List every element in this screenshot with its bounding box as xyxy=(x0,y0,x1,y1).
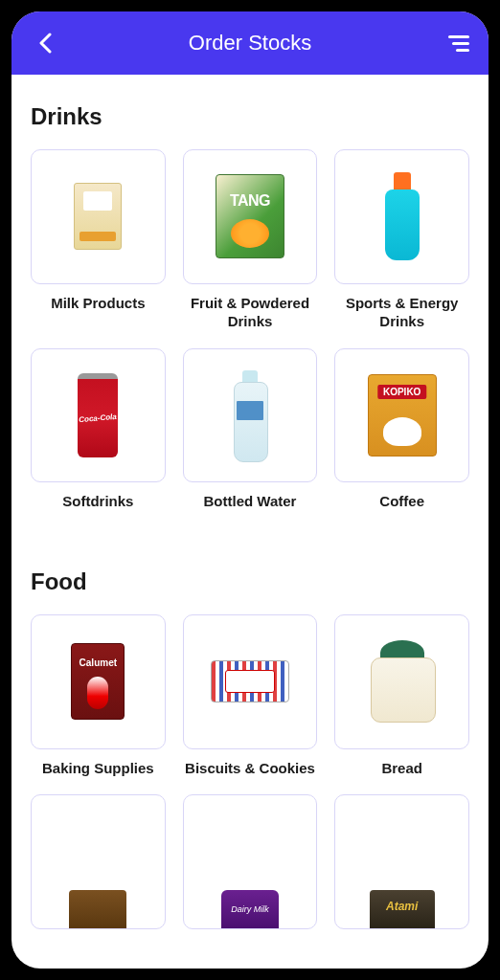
section-title-food: Food xyxy=(31,568,469,595)
milk-box-icon xyxy=(74,183,122,250)
category-label: Baking Supplies xyxy=(42,759,154,778)
category-label: Bottled Water xyxy=(204,492,297,511)
category-fruit-powdered-drinks[interactable]: Fruit & Powdered Drinks xyxy=(183,149,318,331)
chevron-left-icon xyxy=(38,33,52,54)
category-label: Biscuits & Cookies xyxy=(185,759,315,778)
bread-pack-icon xyxy=(371,640,434,723)
category-partial-3[interactable] xyxy=(334,794,469,929)
screen: Order Stocks Drinks Milk Products Fruit … xyxy=(11,11,489,969)
product-image xyxy=(183,149,318,284)
menu-button[interactable] xyxy=(441,29,469,57)
water-bottle-icon xyxy=(234,370,266,460)
category-bread[interactable]: Bread xyxy=(334,614,469,777)
drinks-grid: Milk Products Fruit & Powdered Drinks Sp… xyxy=(31,149,469,511)
menu-icon xyxy=(448,35,469,38)
sports-bottle-icon xyxy=(385,172,420,260)
category-sports-energy-drinks[interactable]: Sports & Energy Drinks xyxy=(334,149,469,331)
category-label: Fruit & Powdered Drinks xyxy=(183,294,318,331)
biscuit-pack-icon xyxy=(211,660,290,702)
category-softdrinks[interactable]: Softdrinks xyxy=(31,348,166,511)
section-title-drinks: Drinks xyxy=(31,103,469,130)
product-image xyxy=(31,614,166,749)
category-partial-2[interactable] xyxy=(183,794,318,929)
product-image xyxy=(334,149,469,284)
tang-pack-icon xyxy=(216,174,284,258)
product-image xyxy=(31,794,166,929)
category-coffee[interactable]: Coffee xyxy=(334,348,469,511)
content-scroll[interactable]: Drinks Milk Products Fruit & Powdered Dr… xyxy=(11,75,489,969)
device-frame: Order Stocks Drinks Milk Products Fruit … xyxy=(0,0,500,980)
category-milk-products[interactable]: Milk Products xyxy=(31,149,166,331)
page-title: Order Stocks xyxy=(189,31,311,56)
category-label: Milk Products xyxy=(51,294,145,313)
coffee-pack-icon xyxy=(368,374,437,457)
product-image xyxy=(183,614,318,749)
product-image xyxy=(334,794,469,929)
category-label: Coffee xyxy=(379,492,424,511)
category-biscuits-cookies[interactable]: Biscuits & Cookies xyxy=(183,614,318,777)
product-image xyxy=(334,614,469,749)
app-header: Order Stocks xyxy=(11,11,489,75)
atami-can-icon xyxy=(370,890,435,928)
calumet-pack-icon xyxy=(71,643,125,720)
coke-can-icon xyxy=(78,373,118,457)
category-label: Sports & Energy Drinks xyxy=(334,294,469,331)
partial-product-icon xyxy=(69,890,126,928)
back-button[interactable] xyxy=(31,29,59,57)
category-baking-supplies[interactable]: Baking Supplies xyxy=(31,614,166,777)
dairy-milk-icon xyxy=(221,890,279,928)
product-image xyxy=(334,348,469,483)
category-bottled-water[interactable]: Bottled Water xyxy=(183,348,318,511)
product-image xyxy=(183,348,318,483)
product-image xyxy=(31,348,166,483)
category-label: Bread xyxy=(381,759,422,778)
category-partial-1[interactable] xyxy=(31,794,166,929)
product-image xyxy=(31,149,166,284)
food-grid: Baking Supplies Biscuits & Cookies Bread xyxy=(31,614,469,929)
category-label: Softdrinks xyxy=(62,492,133,511)
product-image xyxy=(183,794,318,929)
